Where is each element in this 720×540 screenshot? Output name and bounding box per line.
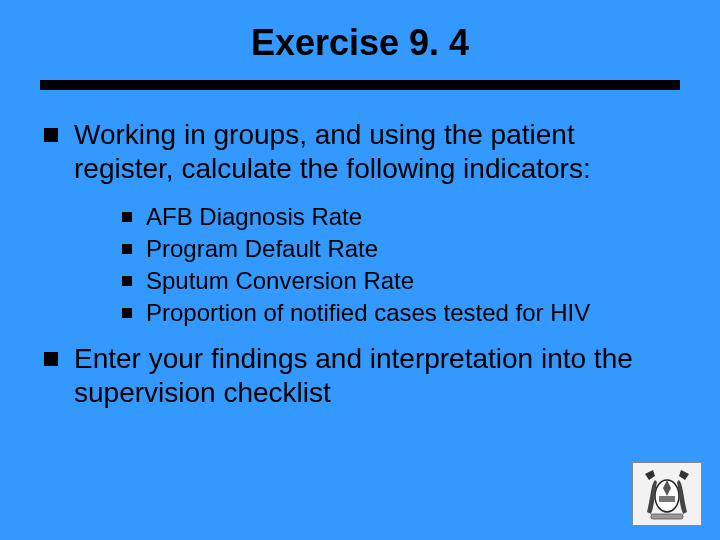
- sub-list: AFB Diagnosis Rate Program Default Rate …: [44, 196, 676, 342]
- title-divider: [40, 80, 680, 90]
- slide-title: Exercise 9. 4: [0, 0, 720, 74]
- crest-logo: [632, 462, 702, 526]
- bullet-square-icon: [122, 212, 132, 222]
- bullet-text: Proportion of notified cases tested for …: [146, 298, 676, 328]
- slide-content: Working in groups, and using the patient…: [0, 90, 720, 411]
- list-item: AFB Diagnosis Rate: [122, 202, 676, 232]
- bullet-square-icon: [44, 352, 58, 366]
- list-item: Program Default Rate: [122, 234, 676, 264]
- bullet-text: AFB Diagnosis Rate: [146, 202, 676, 232]
- list-item: Proportion of notified cases tested for …: [122, 298, 676, 328]
- bullet-square-icon: [44, 128, 58, 142]
- bullet-text: Enter your findings and interpretation i…: [74, 342, 676, 410]
- bullet-square-icon: [122, 276, 132, 286]
- list-item: Sputum Conversion Rate: [122, 266, 676, 296]
- svg-rect-1: [659, 496, 675, 502]
- bullet-square-icon: [122, 244, 132, 254]
- bullet-square-icon: [122, 308, 132, 318]
- bullet-text: Working in groups, and using the patient…: [74, 118, 676, 186]
- bullet-text: Sputum Conversion Rate: [146, 266, 676, 296]
- svg-rect-2: [651, 514, 683, 519]
- slide: Exercise 9. 4 Working in groups, and usi…: [0, 0, 720, 540]
- list-item: Enter your findings and interpretation i…: [44, 342, 676, 410]
- coat-of-arms-icon: [637, 466, 697, 522]
- bullet-text: Program Default Rate: [146, 234, 676, 264]
- list-item: Working in groups, and using the patient…: [44, 118, 676, 186]
